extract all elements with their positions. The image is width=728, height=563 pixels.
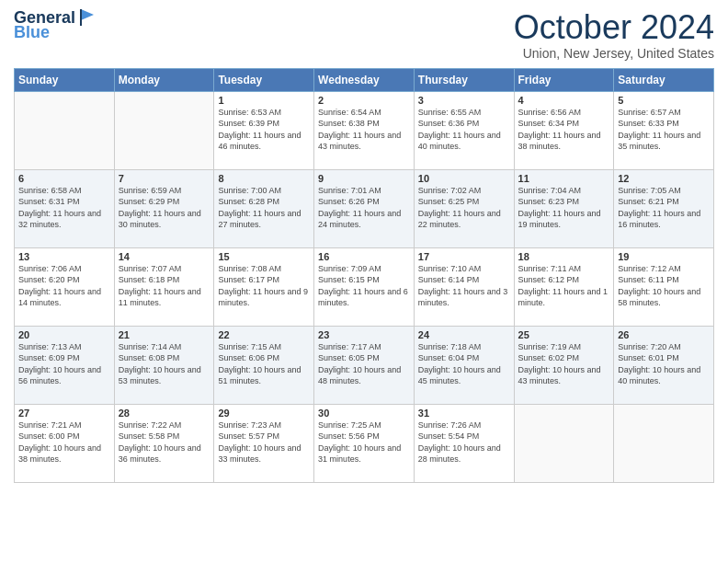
- day-number: 26: [618, 329, 710, 340]
- day-number: 9: [318, 173, 410, 184]
- calendar-cell: 18Sunrise: 7:11 AM Sunset: 6:12 PM Dayli…: [514, 247, 614, 326]
- calendar-cell: [114, 91, 214, 169]
- title-block: October 2024 Union, New Jersey, United S…: [514, 9, 714, 61]
- cell-sun-info: Sunrise: 7:05 AM Sunset: 6:21 PM Dayligh…: [618, 185, 710, 231]
- location-text: Union, New Jersey, United States: [514, 46, 714, 61]
- day-number: 30: [318, 408, 410, 419]
- calendar-cell: 10Sunrise: 7:02 AM Sunset: 6:25 PM Dayli…: [414, 169, 514, 247]
- col-tuesday: Tuesday: [214, 68, 314, 91]
- logo-text-blue: Blue: [14, 24, 50, 42]
- day-number: 2: [318, 95, 410, 106]
- cell-sun-info: Sunrise: 7:00 AM Sunset: 6:28 PM Dayligh…: [218, 185, 310, 231]
- calendar-cell: 7Sunrise: 6:59 AM Sunset: 6:29 PM Daylig…: [114, 169, 214, 247]
- calendar-week-row: 27Sunrise: 7:21 AM Sunset: 6:00 PM Dayli…: [15, 404, 714, 482]
- calendar-cell: 6Sunrise: 6:58 AM Sunset: 6:31 PM Daylig…: [15, 169, 115, 247]
- calendar-cell: 3Sunrise: 6:55 AM Sunset: 6:36 PM Daylig…: [414, 91, 514, 169]
- day-number: 22: [218, 329, 310, 340]
- day-number: 1: [218, 95, 310, 106]
- cell-sun-info: Sunrise: 6:56 AM Sunset: 6:34 PM Dayligh…: [518, 107, 610, 153]
- calendar-cell: 13Sunrise: 7:06 AM Sunset: 6:20 PM Dayli…: [15, 247, 115, 326]
- calendar-week-row: 13Sunrise: 7:06 AM Sunset: 6:20 PM Dayli…: [15, 247, 714, 326]
- col-thursday: Thursday: [414, 68, 514, 91]
- calendar-cell: 9Sunrise: 7:01 AM Sunset: 6:26 PM Daylig…: [314, 169, 415, 247]
- cell-sun-info: Sunrise: 7:25 AM Sunset: 5:56 PM Dayligh…: [318, 419, 410, 465]
- day-number: 4: [518, 95, 610, 106]
- calendar-cell: 27Sunrise: 7:21 AM Sunset: 6:00 PM Dayli…: [15, 404, 115, 482]
- day-number: 10: [418, 173, 510, 184]
- calendar-cell: 1Sunrise: 6:53 AM Sunset: 6:39 PM Daylig…: [214, 91, 314, 169]
- day-number: 18: [518, 251, 610, 262]
- cell-sun-info: Sunrise: 7:14 AM Sunset: 6:08 PM Dayligh…: [119, 341, 210, 387]
- cell-sun-info: Sunrise: 7:12 AM Sunset: 6:11 PM Dayligh…: [618, 263, 710, 309]
- calendar-cell: [614, 404, 714, 482]
- cell-sun-info: Sunrise: 7:06 AM Sunset: 6:20 PM Dayligh…: [18, 263, 110, 309]
- cell-sun-info: Sunrise: 6:53 AM Sunset: 6:39 PM Dayligh…: [218, 107, 310, 153]
- cell-sun-info: Sunrise: 7:17 AM Sunset: 6:05 PM Dayligh…: [318, 341, 410, 387]
- day-number: 28: [119, 408, 210, 419]
- day-number: 24: [418, 329, 510, 340]
- calendar-cell: 28Sunrise: 7:22 AM Sunset: 5:58 PM Dayli…: [114, 404, 214, 482]
- day-number: 25: [518, 329, 610, 340]
- cell-sun-info: Sunrise: 7:01 AM Sunset: 6:26 PM Dayligh…: [318, 185, 410, 231]
- cell-sun-info: Sunrise: 7:04 AM Sunset: 6:23 PM Dayligh…: [518, 185, 610, 231]
- cell-sun-info: Sunrise: 6:59 AM Sunset: 6:29 PM Dayligh…: [119, 185, 210, 231]
- cell-sun-info: Sunrise: 7:08 AM Sunset: 6:17 PM Dayligh…: [218, 263, 310, 309]
- calendar-cell: [15, 91, 115, 169]
- day-number: 15: [218, 251, 310, 262]
- page-header: General Blue October 2024 Union, New Jer…: [14, 9, 714, 61]
- day-number: 19: [618, 251, 710, 262]
- cell-sun-info: Sunrise: 7:21 AM Sunset: 6:00 PM Dayligh…: [18, 419, 110, 465]
- cell-sun-info: Sunrise: 7:26 AM Sunset: 5:54 PM Dayligh…: [418, 419, 510, 465]
- calendar-cell: 19Sunrise: 7:12 AM Sunset: 6:11 PM Dayli…: [614, 247, 714, 326]
- cell-sun-info: Sunrise: 7:20 AM Sunset: 6:01 PM Dayligh…: [618, 341, 710, 387]
- calendar-week-row: 1Sunrise: 6:53 AM Sunset: 6:39 PM Daylig…: [15, 91, 714, 169]
- cell-sun-info: Sunrise: 7:09 AM Sunset: 6:15 PM Dayligh…: [318, 263, 410, 309]
- day-number: 21: [119, 329, 210, 340]
- calendar-body: 1Sunrise: 6:53 AM Sunset: 6:39 PM Daylig…: [15, 91, 714, 482]
- day-number: 7: [119, 173, 210, 184]
- day-number: 8: [218, 173, 310, 184]
- calendar-cell: 12Sunrise: 7:05 AM Sunset: 6:21 PM Dayli…: [614, 169, 714, 247]
- cell-sun-info: Sunrise: 7:07 AM Sunset: 6:18 PM Dayligh…: [119, 263, 210, 309]
- calendar-cell: 11Sunrise: 7:04 AM Sunset: 6:23 PM Dayli…: [514, 169, 614, 247]
- calendar-cell: 21Sunrise: 7:14 AM Sunset: 6:08 PM Dayli…: [114, 326, 214, 404]
- calendar-cell: 30Sunrise: 7:25 AM Sunset: 5:56 PM Dayli…: [314, 404, 415, 482]
- calendar-table: Sunday Monday Tuesday Wednesday Thursday…: [14, 68, 714, 483]
- calendar-week-row: 20Sunrise: 7:13 AM Sunset: 6:09 PM Dayli…: [15, 326, 714, 404]
- logo: General Blue: [14, 9, 97, 42]
- calendar-cell: 23Sunrise: 7:17 AM Sunset: 6:05 PM Dayli…: [314, 326, 415, 404]
- col-friday: Friday: [514, 68, 614, 91]
- cell-sun-info: Sunrise: 7:11 AM Sunset: 6:12 PM Dayligh…: [518, 263, 610, 309]
- calendar-cell: 16Sunrise: 7:09 AM Sunset: 6:15 PM Dayli…: [314, 247, 415, 326]
- calendar-cell: 20Sunrise: 7:13 AM Sunset: 6:09 PM Dayli…: [15, 326, 115, 404]
- day-number: 3: [418, 95, 510, 106]
- calendar-cell: [514, 404, 614, 482]
- cell-sun-info: Sunrise: 7:02 AM Sunset: 6:25 PM Dayligh…: [418, 185, 510, 231]
- day-number: 16: [318, 251, 410, 262]
- cell-sun-info: Sunrise: 7:22 AM Sunset: 5:58 PM Dayligh…: [119, 419, 210, 465]
- col-sunday: Sunday: [15, 68, 115, 91]
- cell-sun-info: Sunrise: 6:58 AM Sunset: 6:31 PM Dayligh…: [18, 185, 110, 231]
- cell-sun-info: Sunrise: 6:54 AM Sunset: 6:38 PM Dayligh…: [318, 107, 410, 153]
- day-number: 29: [218, 408, 310, 419]
- calendar-week-row: 6Sunrise: 6:58 AM Sunset: 6:31 PM Daylig…: [15, 169, 714, 247]
- col-wednesday: Wednesday: [314, 68, 415, 91]
- day-number: 12: [618, 173, 710, 184]
- calendar-cell: 25Sunrise: 7:19 AM Sunset: 6:02 PM Dayli…: [514, 326, 614, 404]
- day-number: 5: [618, 95, 710, 106]
- day-number: 11: [518, 173, 610, 184]
- cell-sun-info: Sunrise: 7:19 AM Sunset: 6:02 PM Dayligh…: [518, 341, 610, 387]
- day-number: 6: [18, 173, 110, 184]
- calendar-cell: 8Sunrise: 7:00 AM Sunset: 6:28 PM Daylig…: [214, 169, 314, 247]
- calendar-cell: 5Sunrise: 6:57 AM Sunset: 6:33 PM Daylig…: [614, 91, 714, 169]
- cell-sun-info: Sunrise: 7:18 AM Sunset: 6:04 PM Dayligh…: [418, 341, 510, 387]
- cell-sun-info: Sunrise: 6:57 AM Sunset: 6:33 PM Dayligh…: [618, 107, 710, 153]
- calendar-cell: 24Sunrise: 7:18 AM Sunset: 6:04 PM Dayli…: [414, 326, 514, 404]
- day-number: 23: [318, 329, 410, 340]
- cell-sun-info: Sunrise: 7:10 AM Sunset: 6:14 PM Dayligh…: [418, 263, 510, 309]
- calendar-header: Sunday Monday Tuesday Wednesday Thursday…: [15, 68, 714, 91]
- day-number: 31: [418, 408, 510, 419]
- cell-sun-info: Sunrise: 7:23 AM Sunset: 5:57 PM Dayligh…: [218, 419, 310, 465]
- cell-sun-info: Sunrise: 6:55 AM Sunset: 6:36 PM Dayligh…: [418, 107, 510, 153]
- logo-flag-icon: [77, 7, 97, 28]
